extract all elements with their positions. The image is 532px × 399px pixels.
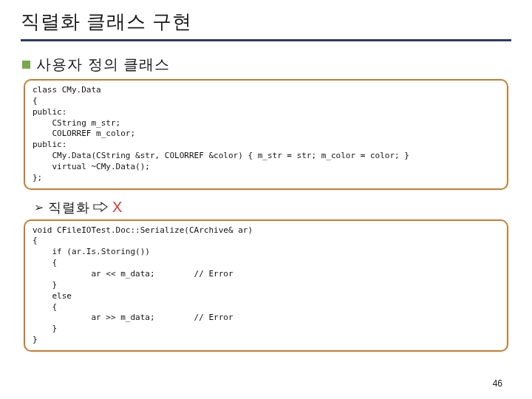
bullet-item-1: 사용자 정의 클래스 xyxy=(22,55,511,75)
bullet-1-label: 사용자 정의 클래스 xyxy=(36,55,170,75)
title-underline xyxy=(21,39,511,41)
slide-container: 직렬화 클래스 구현 사용자 정의 클래스 class CMy.Data { p… xyxy=(0,0,532,352)
page-number: 46 xyxy=(493,378,502,389)
code-block-1: class CMy.Data { public: CString m_str; … xyxy=(24,79,508,190)
x-mark: X xyxy=(112,199,122,216)
sub-bullet-1: ➢ 직렬화 X xyxy=(34,199,511,216)
chevron-right-icon: ➢ xyxy=(34,200,44,214)
sub-bullet-1-prefix: 직렬화 xyxy=(48,199,90,216)
square-bullet-icon xyxy=(22,61,30,69)
code-block-2: void CFileIOTest.Doc::Serialize(CArchive… xyxy=(24,219,508,352)
slide-title: 직렬화 클래스 구현 xyxy=(21,9,511,39)
arrow-right-outline-icon xyxy=(93,202,108,215)
